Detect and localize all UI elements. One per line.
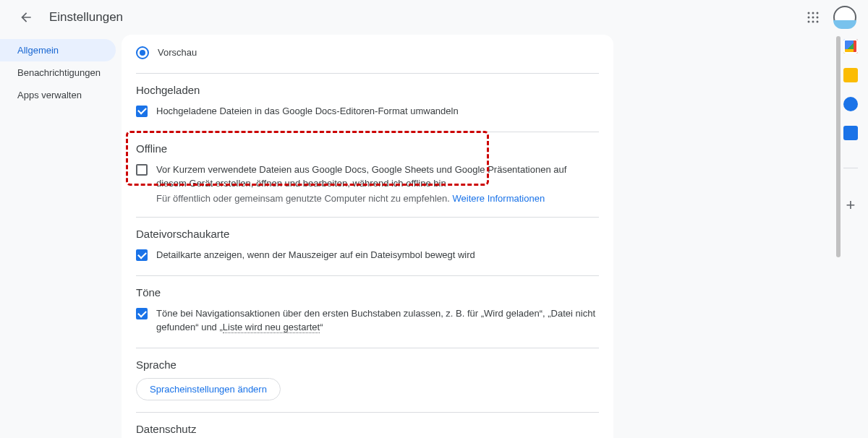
add-addon-button[interactable]: +	[846, 196, 856, 215]
offline-label: Vor Kurzem verwendete Dateien aus Google…	[156, 163, 599, 191]
scrollbar-thumb[interactable]	[836, 36, 841, 257]
language-heading: Sprache	[136, 358, 599, 371]
sidebar-item-notifications[interactable]: Benachrichtigungen	[0, 61, 116, 84]
calendar-icon[interactable]	[843, 39, 858, 53]
svg-point-7	[812, 21, 814, 23]
svg-point-3	[808, 17, 810, 19]
offline-learn-more-link[interactable]: Weitere Informationen	[452, 193, 545, 204]
contacts-icon[interactable]	[843, 126, 858, 140]
sidebar-item-general[interactable]: Allgemein	[0, 39, 116, 61]
preview-card-checkbox[interactable]	[136, 249, 148, 261]
preview-card-label: Detailkarte anzeigen, wenn der Mauszeige…	[156, 249, 475, 262]
offline-checkbox[interactable]	[136, 164, 148, 176]
offline-heading: Offline	[136, 142, 599, 155]
sidebar-item-manage-apps[interactable]: Apps verwalten	[0, 84, 116, 106]
convert-uploads-label: Hochgeladene Dateien in das Google Docs-…	[156, 105, 459, 119]
privacy-heading: Datenschutz	[136, 423, 599, 435]
apps-grid-icon	[807, 11, 820, 24]
change-language-button[interactable]: Spracheinstellungen ändern	[136, 378, 281, 400]
svg-point-1	[812, 12, 814, 14]
offline-subtext: Für öffentlich oder gemeinsam genutzte C…	[156, 193, 599, 204]
svg-point-6	[808, 21, 810, 23]
settings-sidebar: Allgemein Benachrichtigungen Apps verwal…	[0, 35, 116, 438]
tasks-icon[interactable]	[843, 97, 858, 111]
preview-card-heading: Dateivorschaukarte	[136, 228, 599, 240]
settings-content: Vorschau Hochgeladen Hochgeladene Dateie…	[122, 35, 613, 438]
account-avatar[interactable]	[833, 6, 856, 29]
header-bar: Einstellungen	[0, 0, 868, 35]
sounds-label: Töne bei Navigationsaktionen über den er…	[156, 307, 599, 335]
svg-point-8	[817, 21, 819, 23]
sounds-heading: Töne	[136, 286, 599, 299]
sounds-dotted-phrase: Liste wird neu gestartet	[223, 322, 320, 333]
svg-point-2	[817, 12, 819, 14]
preview-radio[interactable]	[136, 46, 149, 59]
keep-icon[interactable]	[843, 68, 858, 82]
arrow-back-icon	[19, 10, 33, 25]
preview-radio-label: Vorschau	[158, 46, 197, 60]
svg-point-0	[808, 12, 810, 14]
svg-point-5	[817, 17, 819, 19]
convert-uploads-checkbox[interactable]	[136, 106, 148, 117]
uploaded-heading: Hochgeladen	[136, 84, 599, 96]
sounds-checkbox[interactable]	[136, 308, 148, 319]
google-apps-button[interactable]	[799, 3, 827, 32]
side-panel-divider	[843, 168, 858, 168]
back-button[interactable]	[12, 3, 41, 32]
scrollbar[interactable]	[836, 36, 841, 432]
page-title: Einstellungen	[49, 10, 123, 25]
svg-point-4	[812, 17, 814, 19]
